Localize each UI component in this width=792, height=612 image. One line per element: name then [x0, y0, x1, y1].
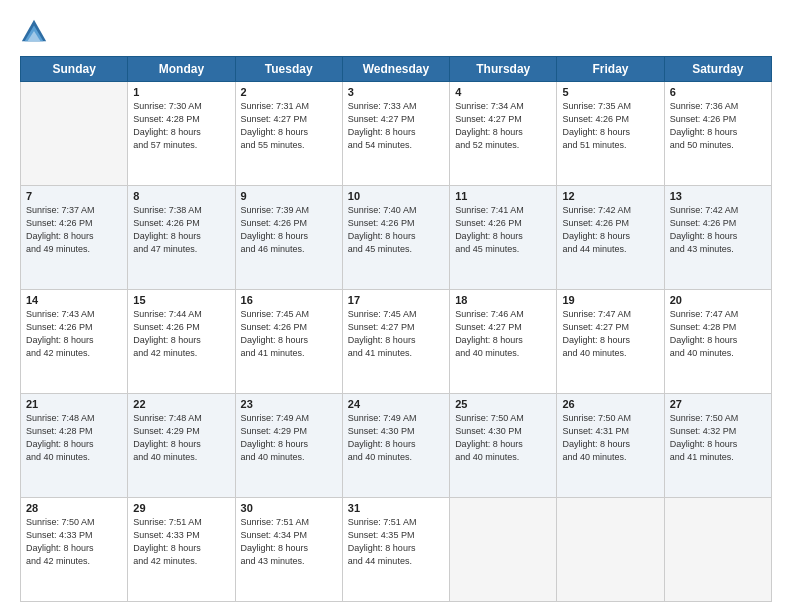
- day-info: Sunrise: 7:45 AM Sunset: 4:27 PM Dayligh…: [348, 308, 444, 360]
- day-number: 5: [562, 86, 658, 98]
- day-number: 25: [455, 398, 551, 410]
- day-number: 18: [455, 294, 551, 306]
- day-number: 6: [670, 86, 766, 98]
- day-number: 20: [670, 294, 766, 306]
- day-number: 31: [348, 502, 444, 514]
- calendar-day-30: 30Sunrise: 7:51 AM Sunset: 4:34 PM Dayli…: [235, 498, 342, 602]
- day-info: Sunrise: 7:49 AM Sunset: 4:29 PM Dayligh…: [241, 412, 337, 464]
- day-header-monday: Monday: [128, 57, 235, 82]
- calendar-day-4: 4Sunrise: 7:34 AM Sunset: 4:27 PM Daylig…: [450, 82, 557, 186]
- day-number: 28: [26, 502, 122, 514]
- day-number: 29: [133, 502, 229, 514]
- day-number: 7: [26, 190, 122, 202]
- calendar-day-21: 21Sunrise: 7:48 AM Sunset: 4:28 PM Dayli…: [21, 394, 128, 498]
- calendar-day-empty: [21, 82, 128, 186]
- day-number: 19: [562, 294, 658, 306]
- calendar-day-7: 7Sunrise: 7:37 AM Sunset: 4:26 PM Daylig…: [21, 186, 128, 290]
- day-info: Sunrise: 7:51 AM Sunset: 4:35 PM Dayligh…: [348, 516, 444, 568]
- calendar-day-empty: [664, 498, 771, 602]
- calendar-day-12: 12Sunrise: 7:42 AM Sunset: 4:26 PM Dayli…: [557, 186, 664, 290]
- calendar-day-empty: [557, 498, 664, 602]
- day-number: 1: [133, 86, 229, 98]
- day-number: 27: [670, 398, 766, 410]
- day-number: 11: [455, 190, 551, 202]
- day-info: Sunrise: 7:46 AM Sunset: 4:27 PM Dayligh…: [455, 308, 551, 360]
- day-info: Sunrise: 7:35 AM Sunset: 4:26 PM Dayligh…: [562, 100, 658, 152]
- calendar-day-17: 17Sunrise: 7:45 AM Sunset: 4:27 PM Dayli…: [342, 290, 449, 394]
- day-number: 10: [348, 190, 444, 202]
- calendar-day-25: 25Sunrise: 7:50 AM Sunset: 4:30 PM Dayli…: [450, 394, 557, 498]
- header: [20, 18, 772, 46]
- calendar-day-2: 2Sunrise: 7:31 AM Sunset: 4:27 PM Daylig…: [235, 82, 342, 186]
- day-number: 9: [241, 190, 337, 202]
- day-info: Sunrise: 7:41 AM Sunset: 4:26 PM Dayligh…: [455, 204, 551, 256]
- day-info: Sunrise: 7:49 AM Sunset: 4:30 PM Dayligh…: [348, 412, 444, 464]
- logo-icon: [20, 18, 48, 46]
- calendar-week-row: 28Sunrise: 7:50 AM Sunset: 4:33 PM Dayli…: [21, 498, 772, 602]
- calendar-table: SundayMondayTuesdayWednesdayThursdayFrid…: [20, 56, 772, 602]
- day-header-thursday: Thursday: [450, 57, 557, 82]
- calendar-day-22: 22Sunrise: 7:48 AM Sunset: 4:29 PM Dayli…: [128, 394, 235, 498]
- calendar-day-28: 28Sunrise: 7:50 AM Sunset: 4:33 PM Dayli…: [21, 498, 128, 602]
- day-number: 8: [133, 190, 229, 202]
- day-info: Sunrise: 7:38 AM Sunset: 4:26 PM Dayligh…: [133, 204, 229, 256]
- day-info: Sunrise: 7:30 AM Sunset: 4:28 PM Dayligh…: [133, 100, 229, 152]
- day-info: Sunrise: 7:45 AM Sunset: 4:26 PM Dayligh…: [241, 308, 337, 360]
- day-number: 2: [241, 86, 337, 98]
- day-header-friday: Friday: [557, 57, 664, 82]
- calendar-day-8: 8Sunrise: 7:38 AM Sunset: 4:26 PM Daylig…: [128, 186, 235, 290]
- day-info: Sunrise: 7:51 AM Sunset: 4:34 PM Dayligh…: [241, 516, 337, 568]
- day-number: 14: [26, 294, 122, 306]
- day-info: Sunrise: 7:42 AM Sunset: 4:26 PM Dayligh…: [562, 204, 658, 256]
- day-number: 4: [455, 86, 551, 98]
- day-header-sunday: Sunday: [21, 57, 128, 82]
- day-info: Sunrise: 7:47 AM Sunset: 4:27 PM Dayligh…: [562, 308, 658, 360]
- day-info: Sunrise: 7:40 AM Sunset: 4:26 PM Dayligh…: [348, 204, 444, 256]
- day-header-wednesday: Wednesday: [342, 57, 449, 82]
- calendar-day-29: 29Sunrise: 7:51 AM Sunset: 4:33 PM Dayli…: [128, 498, 235, 602]
- day-info: Sunrise: 7:31 AM Sunset: 4:27 PM Dayligh…: [241, 100, 337, 152]
- page: SundayMondayTuesdayWednesdayThursdayFrid…: [0, 0, 792, 612]
- day-info: Sunrise: 7:42 AM Sunset: 4:26 PM Dayligh…: [670, 204, 766, 256]
- day-info: Sunrise: 7:50 AM Sunset: 4:30 PM Dayligh…: [455, 412, 551, 464]
- calendar-day-empty: [450, 498, 557, 602]
- calendar-day-27: 27Sunrise: 7:50 AM Sunset: 4:32 PM Dayli…: [664, 394, 771, 498]
- day-number: 12: [562, 190, 658, 202]
- logo: [20, 18, 52, 46]
- day-info: Sunrise: 7:48 AM Sunset: 4:28 PM Dayligh…: [26, 412, 122, 464]
- day-number: 23: [241, 398, 337, 410]
- calendar-week-row: 14Sunrise: 7:43 AM Sunset: 4:26 PM Dayli…: [21, 290, 772, 394]
- calendar-day-20: 20Sunrise: 7:47 AM Sunset: 4:28 PM Dayli…: [664, 290, 771, 394]
- calendar-day-5: 5Sunrise: 7:35 AM Sunset: 4:26 PM Daylig…: [557, 82, 664, 186]
- calendar-week-row: 21Sunrise: 7:48 AM Sunset: 4:28 PM Dayli…: [21, 394, 772, 498]
- calendar-day-15: 15Sunrise: 7:44 AM Sunset: 4:26 PM Dayli…: [128, 290, 235, 394]
- calendar-day-18: 18Sunrise: 7:46 AM Sunset: 4:27 PM Dayli…: [450, 290, 557, 394]
- day-number: 13: [670, 190, 766, 202]
- calendar-day-26: 26Sunrise: 7:50 AM Sunset: 4:31 PM Dayli…: [557, 394, 664, 498]
- day-info: Sunrise: 7:33 AM Sunset: 4:27 PM Dayligh…: [348, 100, 444, 152]
- calendar-header-row: SundayMondayTuesdayWednesdayThursdayFrid…: [21, 57, 772, 82]
- calendar-day-3: 3Sunrise: 7:33 AM Sunset: 4:27 PM Daylig…: [342, 82, 449, 186]
- day-number: 16: [241, 294, 337, 306]
- day-number: 17: [348, 294, 444, 306]
- calendar-day-31: 31Sunrise: 7:51 AM Sunset: 4:35 PM Dayli…: [342, 498, 449, 602]
- day-number: 30: [241, 502, 337, 514]
- day-info: Sunrise: 7:44 AM Sunset: 4:26 PM Dayligh…: [133, 308, 229, 360]
- day-info: Sunrise: 7:34 AM Sunset: 4:27 PM Dayligh…: [455, 100, 551, 152]
- day-number: 22: [133, 398, 229, 410]
- calendar-week-row: 7Sunrise: 7:37 AM Sunset: 4:26 PM Daylig…: [21, 186, 772, 290]
- calendar-day-14: 14Sunrise: 7:43 AM Sunset: 4:26 PM Dayli…: [21, 290, 128, 394]
- calendar-week-row: 1Sunrise: 7:30 AM Sunset: 4:28 PM Daylig…: [21, 82, 772, 186]
- day-info: Sunrise: 7:50 AM Sunset: 4:33 PM Dayligh…: [26, 516, 122, 568]
- day-number: 26: [562, 398, 658, 410]
- calendar-day-6: 6Sunrise: 7:36 AM Sunset: 4:26 PM Daylig…: [664, 82, 771, 186]
- day-info: Sunrise: 7:48 AM Sunset: 4:29 PM Dayligh…: [133, 412, 229, 464]
- calendar-day-16: 16Sunrise: 7:45 AM Sunset: 4:26 PM Dayli…: [235, 290, 342, 394]
- day-number: 21: [26, 398, 122, 410]
- calendar-day-11: 11Sunrise: 7:41 AM Sunset: 4:26 PM Dayli…: [450, 186, 557, 290]
- day-info: Sunrise: 7:50 AM Sunset: 4:32 PM Dayligh…: [670, 412, 766, 464]
- day-info: Sunrise: 7:43 AM Sunset: 4:26 PM Dayligh…: [26, 308, 122, 360]
- day-info: Sunrise: 7:47 AM Sunset: 4:28 PM Dayligh…: [670, 308, 766, 360]
- day-number: 15: [133, 294, 229, 306]
- calendar-day-10: 10Sunrise: 7:40 AM Sunset: 4:26 PM Dayli…: [342, 186, 449, 290]
